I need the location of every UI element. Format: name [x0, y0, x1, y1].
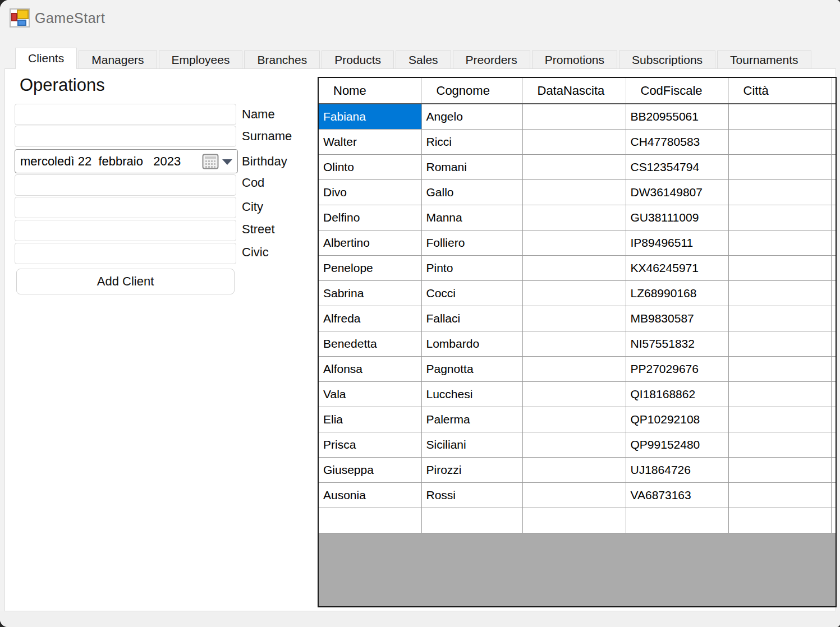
- cell-datanascita[interactable]: [522, 331, 626, 356]
- cell-citta[interactable]: [728, 154, 831, 179]
- city-input[interactable]: [15, 197, 236, 218]
- cell-nome[interactable]: Sabrina: [319, 280, 421, 306]
- cell-datanascita[interactable]: [522, 482, 626, 508]
- cell-citta[interactable]: [728, 230, 831, 255]
- tab[interactable]: Preorders: [453, 50, 530, 69]
- tab[interactable]: Tournaments: [717, 50, 811, 69]
- cell-codfiscale[interactable]: UJ1864726: [626, 457, 728, 482]
- cell-datanascita[interactable]: [522, 205, 626, 230]
- cell-nome[interactable]: Delfino: [319, 205, 421, 230]
- cell-codfiscale[interactable]: QP99152480: [626, 432, 728, 457]
- cell-nome[interactable]: Benedetta: [319, 331, 421, 356]
- cell-datanascita[interactable]: [522, 154, 626, 179]
- cell-codfiscale[interactable]: VA6873163: [626, 482, 728, 508]
- cell-cognome[interactable]: Lombardo: [421, 331, 522, 356]
- cell-datanascita[interactable]: [522, 407, 626, 432]
- cell-cognome[interactable]: Lucchesi: [421, 381, 522, 407]
- cell-cognome[interactable]: Rossi: [421, 482, 522, 508]
- tab[interactable]: Sales: [396, 50, 451, 69]
- cell-codfiscale[interactable]: QP10292108: [626, 407, 728, 432]
- cell-cognome[interactable]: Ricci: [421, 129, 522, 154]
- cell-nome[interactable]: Penelope: [319, 255, 421, 280]
- cell-nome[interactable]: Prisca: [319, 432, 421, 457]
- cell-citta[interactable]: [728, 129, 831, 154]
- column-header-datanascita[interactable]: DataNascita: [522, 78, 626, 104]
- cell-codfiscale[interactable]: BB20955061: [626, 104, 728, 129]
- cell-cognome[interactable]: Siciliani: [421, 432, 522, 457]
- cell-nome[interactable]: Alfonsa: [319, 356, 421, 381]
- cell-codfiscale[interactable]: DW36149807: [626, 179, 728, 205]
- cell-citta[interactable]: [728, 482, 831, 508]
- cell-citta[interactable]: [728, 280, 831, 306]
- cell-nome[interactable]: Vala: [319, 381, 421, 407]
- cell-nome[interactable]: [319, 508, 421, 533]
- cell-cognome[interactable]: Pirozzi: [421, 457, 522, 482]
- add-client-button[interactable]: Add Client: [16, 269, 235, 294]
- cell-cognome[interactable]: Pinto: [421, 255, 522, 280]
- cell-datanascita[interactable]: [522, 508, 626, 533]
- cell-codfiscale[interactable]: NI57551832: [626, 331, 728, 356]
- cell-citta[interactable]: [728, 356, 831, 381]
- cell-nome[interactable]: Elia: [319, 407, 421, 432]
- civic-input[interactable]: [15, 243, 236, 264]
- column-header-nome[interactable]: Nome: [319, 78, 421, 104]
- cell-datanascita[interactable]: [522, 432, 626, 457]
- cell-datanascita[interactable]: [522, 280, 626, 306]
- surname-input[interactable]: [15, 126, 236, 147]
- birthday-datepicker[interactable]: mercoledì 22 febbraio 2023: [15, 149, 238, 173]
- street-input[interactable]: [15, 220, 236, 241]
- cell-cognome[interactable]: Pagnotta: [421, 356, 522, 381]
- tab[interactable]: Products: [322, 50, 394, 69]
- cell-codfiscale[interactable]: [626, 508, 728, 533]
- cell-datanascita[interactable]: [522, 306, 626, 331]
- cell-cognome[interactable]: Romani: [421, 154, 522, 179]
- cell-citta[interactable]: [728, 331, 831, 356]
- cell-cognome[interactable]: Cocci: [421, 280, 522, 306]
- cell-nome[interactable]: Albertino: [319, 230, 421, 255]
- tab[interactable]: Clients: [15, 48, 77, 69]
- cell-codfiscale[interactable]: MB9830587: [626, 306, 728, 331]
- tab[interactable]: Promotions: [532, 50, 617, 69]
- cell-citta[interactable]: [728, 381, 831, 407]
- cell-citta[interactable]: [728, 104, 831, 129]
- cell-codfiscale[interactable]: GU38111009: [626, 205, 728, 230]
- cell-datanascita[interactable]: [522, 356, 626, 381]
- cell-nome[interactable]: Olinto: [319, 154, 421, 179]
- tab[interactable]: Employees: [159, 50, 243, 69]
- column-header-cognome[interactable]: Cognome: [421, 78, 522, 104]
- tab[interactable]: Branches: [244, 50, 320, 69]
- cell-citta[interactable]: [728, 508, 831, 533]
- cell-cognome[interactable]: Angelo: [421, 104, 522, 129]
- cell-datanascita[interactable]: [522, 255, 626, 280]
- cell-cognome[interactable]: Gallo: [421, 179, 522, 205]
- name-input[interactable]: [15, 104, 236, 125]
- cell-citta[interactable]: [728, 205, 831, 230]
- cell-nome[interactable]: Giuseppa: [319, 457, 421, 482]
- tab[interactable]: Subscriptions: [619, 50, 715, 69]
- cell-codfiscale[interactable]: LZ68990168: [626, 280, 728, 306]
- cell-nome[interactable]: Ausonia: [319, 482, 421, 508]
- datepicker-dropdown-arrow-icon[interactable]: [222, 159, 232, 165]
- cod-input[interactable]: [15, 174, 236, 196]
- cell-codfiscale[interactable]: CH47780583: [626, 129, 728, 154]
- cell-cognome[interactable]: Fallaci: [421, 306, 522, 331]
- cell-citta[interactable]: [728, 432, 831, 457]
- cell-cognome[interactable]: Folliero: [421, 230, 522, 255]
- cell-codfiscale[interactable]: CS12354794: [626, 154, 728, 179]
- cell-datanascita[interactable]: [522, 104, 626, 129]
- cell-cognome[interactable]: [421, 508, 522, 533]
- cell-cognome[interactable]: Palerma: [421, 407, 522, 432]
- cell-datanascita[interactable]: [522, 457, 626, 482]
- cell-citta[interactable]: [728, 255, 831, 280]
- cell-cognome[interactable]: Manna: [421, 205, 522, 230]
- cell-citta[interactable]: [728, 179, 831, 205]
- column-header-citta[interactable]: Città: [728, 78, 831, 104]
- cell-citta[interactable]: [728, 457, 831, 482]
- cell-nome[interactable]: Walter: [319, 129, 421, 154]
- cell-datanascita[interactable]: [522, 129, 626, 154]
- column-header-codfiscale[interactable]: CodFiscale: [626, 78, 728, 104]
- cell-codfiscale[interactable]: KX46245971: [626, 255, 728, 280]
- calendar-icon[interactable]: [202, 154, 219, 169]
- cell-citta[interactable]: [728, 407, 831, 432]
- cell-nome[interactable]: Fabiana: [319, 104, 421, 129]
